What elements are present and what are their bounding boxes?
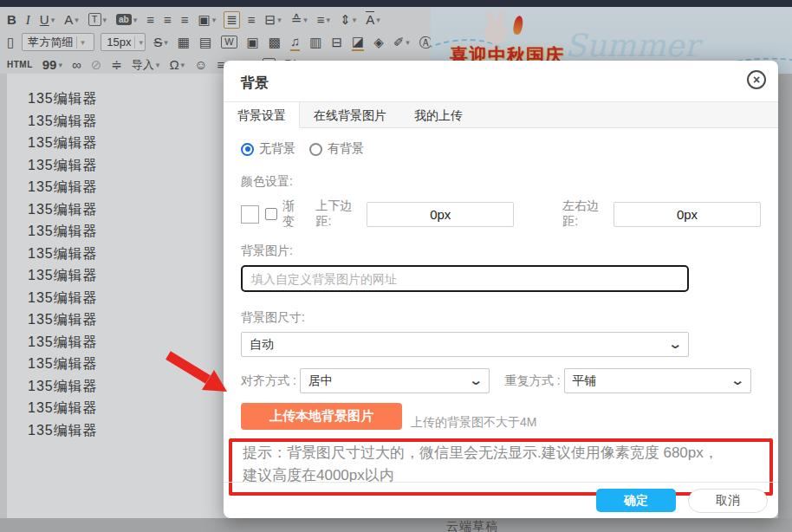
confirm-button[interactable]: 确定 xyxy=(596,489,676,512)
repeat-value: 平铺 xyxy=(573,373,597,389)
cancel-button[interactable]: 取消 xyxy=(688,489,768,513)
dialog-title: 背景 xyxy=(241,75,269,90)
align-label: 对齐方式 : xyxy=(241,373,296,389)
dialog-tabbar: 背景设置在线背景图片我的上传 xyxy=(224,101,778,128)
chevron-down-icon: ⌄ xyxy=(730,373,745,388)
margin-lr-label: 左右边距: xyxy=(562,198,610,230)
upload-hint: 上传的背景图不大于4M xyxy=(411,414,536,430)
color-settings-label: 颜色设置: xyxy=(241,174,761,190)
background-mode-radio[interactable]: 有背景 xyxy=(309,141,364,157)
radio-icon xyxy=(309,143,322,156)
margin-lr-input[interactable] xyxy=(613,202,761,227)
upload-local-bg-button[interactable]: 上传本地背景图片 xyxy=(241,403,402,430)
gradient-label: 渐变 xyxy=(282,198,305,230)
dialog-tab[interactable]: 背景设置 xyxy=(224,102,300,128)
background-mode-radios: 无背景 有背景 xyxy=(241,141,761,157)
dialog-tab[interactable]: 我的上传 xyxy=(400,102,477,127)
align-value: 居中 xyxy=(308,373,333,389)
close-icon[interactable]: × xyxy=(747,70,766,89)
tip-text-line1: 提示：背景图尺寸过大的，微信里会无法显示.建议使用像素宽度 680px， xyxy=(243,442,759,464)
color-margin-row: 渐变 上下边距: 左右边距: xyxy=(241,198,761,230)
dialog-footer: 确定 取消 xyxy=(224,482,778,518)
app-screen: BIUATab≡≡≡▣≣≡⊟≙≡⇕A ▯ 苹方简细 ▾ 15px ▾ S▦▤W▣… xyxy=(0,0,792,532)
upload-row: 上传本地背景图片 上传的背景图不大于4M xyxy=(241,403,761,430)
align-repeat-row: 对齐方式 : 居中 ⌄ 重复方式 : 平铺 ⌄ xyxy=(241,368,761,393)
repeat-label: 重复方式 : xyxy=(505,373,561,389)
margin-tb-label: 上下边距: xyxy=(316,198,364,230)
background-dialog: 背景 × 背景设置在线背景图片我的上传 无背景 有背景 颜色设置: xyxy=(224,61,778,518)
bg-size-select[interactable]: 自动 ⌄ xyxy=(241,332,689,357)
color-swatch-picker[interactable] xyxy=(241,205,259,224)
repeat-select[interactable]: 平铺 ⌄ xyxy=(564,368,751,393)
gradient-checkbox[interactable] xyxy=(265,208,277,220)
dialog-body: 无背景 有背景 颜色设置: 渐变 上下边距: 左右边距: 背景图片: 背景图尺寸… xyxy=(224,128,778,487)
chevron-down-icon: ⌄ xyxy=(469,373,484,388)
tip-section: 提示：背景图尺寸过大的，微信里会无法显示.建议使用像素宽度 680px， 建议高… xyxy=(241,434,761,487)
background-mode-radio[interactable]: 无背景 xyxy=(241,141,295,157)
margin-tb-input[interactable] xyxy=(367,202,514,227)
bg-size-value: 自动 xyxy=(250,337,274,353)
chevron-down-icon: ⌄ xyxy=(668,336,683,352)
dialog-tab[interactable]: 在线背景图片 xyxy=(300,102,400,127)
dialog-header: 背景 × xyxy=(224,61,778,101)
bg-size-label: 背景图尺寸: xyxy=(241,310,761,326)
align-select[interactable]: 居中 ⌄ xyxy=(300,368,490,393)
bg-image-url-input[interactable] xyxy=(241,265,689,292)
radio-icon xyxy=(241,143,254,156)
bg-image-label: 背景图片: xyxy=(241,243,761,259)
